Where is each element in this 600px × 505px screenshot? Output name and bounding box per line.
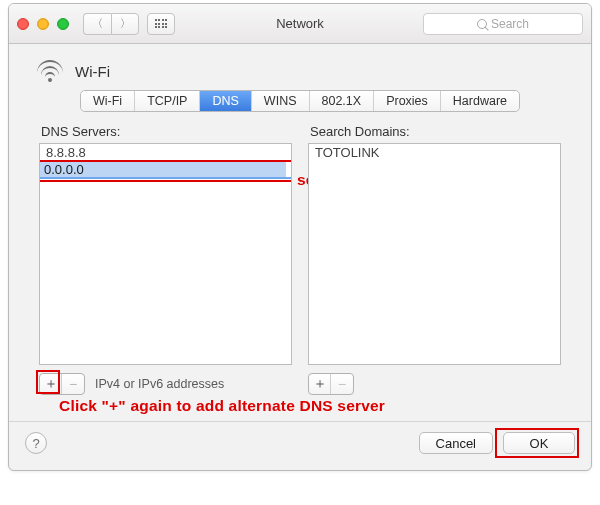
tabs-row: Wi-Fi TCP/IP DNS WINS 802.1X Proxies Har… — [9, 90, 591, 122]
search-icon — [477, 19, 487, 29]
search-domain-entry[interactable]: TOTOLINK — [309, 144, 560, 161]
minimize-window-button[interactable] — [37, 18, 49, 30]
window-controls — [17, 18, 69, 30]
nav-buttons: 〈 〉 — [83, 13, 139, 35]
dns-servers-column: DNS Servers: 8.8.8.8 — [39, 122, 292, 365]
settings-tabs: Wi-Fi TCP/IP DNS WINS 802.1X Proxies Har… — [80, 90, 520, 112]
search-domains-add-remove: ＋ − — [308, 367, 561, 395]
interface-name: Wi-Fi — [75, 63, 110, 80]
dns-servers-list[interactable]: 8.8.8.8 — [39, 143, 292, 365]
dns-servers-label: DNS Servers: — [41, 124, 292, 139]
close-window-button[interactable] — [17, 18, 29, 30]
add-remove-row: ＋ − IPv4 or IPv6 addresses ＋ − — [9, 367, 591, 395]
ok-button[interactable]: OK — [503, 432, 575, 454]
tab-proxies[interactable]: Proxies — [374, 91, 441, 111]
sd-basepm: ＋ − — [308, 373, 354, 395]
tab-wifi[interactable]: Wi-Fi — [81, 91, 135, 111]
sheet-footer: ? Cancel OK — [9, 421, 591, 470]
preferences-window: 〈 〉 Network Search Wi-Fi Wi-Fi TCP/IP DN… — [8, 3, 592, 471]
search-field[interactable]: Search — [423, 13, 583, 35]
show-all-button[interactable] — [147, 13, 175, 35]
search-domain-add-button[interactable]: ＋ — [309, 374, 331, 394]
search-placeholder: Search — [491, 17, 529, 31]
wifi-icon — [35, 60, 65, 82]
search-domains-label: Search Domains: — [310, 124, 561, 139]
search-domains-list[interactable]: TOTOLINK — [308, 143, 561, 365]
interface-header: Wi-Fi — [9, 44, 591, 90]
zoom-window-button[interactable] — [57, 18, 69, 30]
forward-button[interactable]: 〉 — [111, 13, 139, 35]
tab-wins[interactable]: WINS — [252, 91, 310, 111]
help-button[interactable]: ? — [25, 432, 47, 454]
tab-tcpip[interactable]: TCP/IP — [135, 91, 200, 111]
tab-8021x[interactable]: 802.1X — [310, 91, 375, 111]
dns-remove-button[interactable]: − — [62, 374, 84, 394]
search-domains-column: Search Domains: TOTOLINK — [308, 122, 561, 365]
dns-entry[interactable]: 8.8.8.8 — [40, 144, 291, 161]
dns-basepm: ＋ − — [39, 373, 85, 395]
dns-add-remove: ＋ − IPv4 or IPv6 addresses — [39, 367, 292, 395]
search-domain-remove-button[interactable]: − — [331, 374, 353, 394]
dns-entry-input[interactable] — [40, 162, 286, 177]
back-button[interactable]: 〈 — [83, 13, 111, 35]
annotation-text-2: Click "+" again to add alternate DNS ser… — [9, 395, 591, 415]
dns-add-button[interactable]: ＋ — [40, 374, 62, 394]
dns-entry-editing[interactable] — [40, 162, 291, 177]
cancel-button[interactable]: Cancel — [419, 432, 493, 454]
tab-hardware[interactable]: Hardware — [441, 91, 519, 111]
titlebar: 〈 〉 Network Search — [9, 4, 591, 44]
tab-dns[interactable]: DNS — [200, 91, 251, 111]
dns-hint: IPv4 or IPv6 addresses — [95, 377, 224, 391]
dns-panel: DNS Servers: 8.8.8.8 Search Domains: TOT… — [9, 122, 591, 365]
grid-icon — [155, 19, 168, 28]
